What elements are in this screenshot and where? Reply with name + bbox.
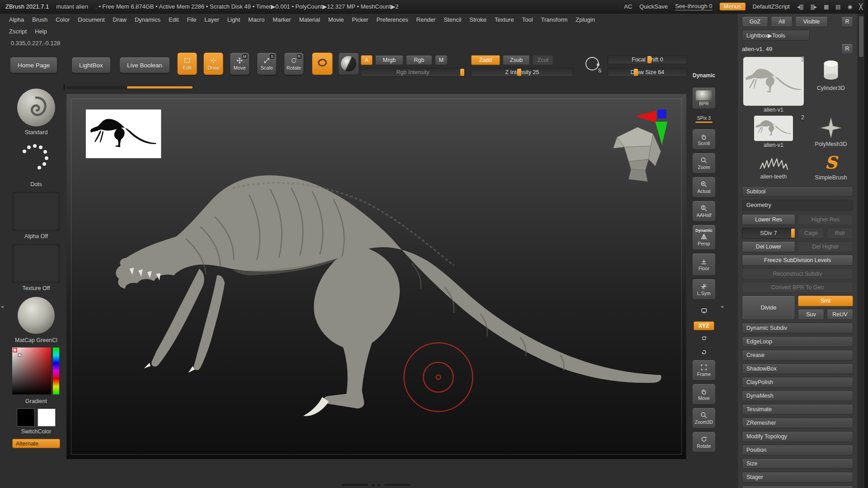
primary-color-swatch[interactable] bbox=[17, 408, 35, 427]
tablet-right-icon[interactable]: ||||▸ bbox=[811, 4, 817, 10]
menu-item[interactable]: Alpha bbox=[5, 16, 28, 23]
geometry-subsection[interactable]: DynaMesh bbox=[742, 390, 853, 401]
menu-item[interactable]: Stencil bbox=[440, 16, 465, 23]
current-material-button[interactable] bbox=[12, 296, 60, 335]
alpha-slot-button[interactable] bbox=[338, 52, 359, 75]
floor-button[interactable]: Floor bbox=[692, 253, 716, 276]
suv-toggle[interactable]: Suv bbox=[798, 309, 824, 320]
screen-icon[interactable]: ▤ bbox=[835, 4, 840, 10]
menu-item[interactable]: Brush bbox=[28, 16, 51, 23]
alternate-button[interactable]: Alternate bbox=[12, 439, 60, 448]
actual-size-button[interactable]: Actual bbox=[692, 177, 716, 197]
current-stroke-button[interactable] bbox=[12, 140, 60, 179]
secondary-color-swatch[interactable] bbox=[38, 408, 56, 427]
stroke-type-button[interactable] bbox=[312, 52, 333, 75]
tool-slot[interactable]: 2 alien-v1 bbox=[742, 57, 805, 113]
freeze-subdivision-button[interactable]: Freeze SubDivision Levels bbox=[742, 255, 853, 266]
local-symmetry-button[interactable]: L.Sym bbox=[692, 279, 716, 300]
mrgb-button[interactable]: Mrgb bbox=[375, 55, 403, 65]
cage-button[interactable]: Cage bbox=[798, 228, 824, 239]
scrollbar-thumb[interactable] bbox=[859, 16, 863, 57]
tool-slot[interactable]: Cylinder3D bbox=[809, 57, 853, 113]
menu-item[interactable]: Picker bbox=[349, 16, 372, 23]
quicksave-button[interactable]: QuickSave bbox=[639, 3, 668, 10]
zcut-button[interactable]: Zcut bbox=[533, 55, 553, 65]
pivot-reset-button[interactable] bbox=[698, 347, 710, 357]
z-intensity-slider[interactable]: Z Intensity 25 bbox=[471, 68, 573, 77]
del-higher-button[interactable]: Del Higher bbox=[798, 241, 853, 252]
left-tray-arrow[interactable]: ◂ bbox=[1, 304, 4, 310]
m-button[interactable]: M bbox=[435, 55, 448, 65]
current-texture-button[interactable] bbox=[12, 244, 60, 283]
draw-size-slider[interactable]: Draw Size 64 bbox=[608, 68, 687, 77]
persp-button[interactable]: Dynamic Persp bbox=[692, 225, 716, 250]
menu-item[interactable]: Marker bbox=[269, 16, 294, 23]
menu-item[interactable]: Light bbox=[224, 16, 244, 23]
menu-item[interactable]: Zplugin bbox=[572, 16, 599, 23]
convert-bpr-button[interactable]: Convert BPR To Geo bbox=[742, 282, 853, 293]
shelf-scrollbar[interactable] bbox=[66, 86, 193, 89]
hue-bar[interactable] bbox=[53, 347, 59, 394]
rstr-button[interactable]: Rstr bbox=[827, 228, 853, 239]
current-alpha-button[interactable] bbox=[12, 192, 60, 231]
rotate-mode-button[interactable]: R Rotate bbox=[284, 52, 304, 75]
zoom-button[interactable]: Zoom bbox=[692, 153, 716, 174]
rgb-intensity-slider[interactable]: Rgb Intensity bbox=[361, 68, 465, 77]
menus-toggle-button[interactable]: Menus bbox=[720, 3, 745, 10]
menu-item[interactable]: Zscript bbox=[5, 28, 30, 35]
geometry-subsection[interactable]: ZRemesher bbox=[742, 418, 853, 428]
higher-res-button[interactable]: Higher Res bbox=[798, 214, 853, 225]
tool-slot[interactable]: S SimpleBrush bbox=[809, 151, 853, 181]
see-through-slider[interactable]: See-through 0 bbox=[675, 3, 712, 10]
goz-button[interactable]: GoZ bbox=[742, 16, 768, 27]
saturation-square[interactable] bbox=[12, 347, 51, 394]
lightbox-button[interactable]: LightBox bbox=[71, 57, 111, 73]
xyz-symmetry-button[interactable]: XYZ bbox=[693, 321, 714, 330]
menu-item[interactable]: Stroke bbox=[466, 16, 490, 23]
menu-item[interactable]: Material bbox=[296, 16, 324, 23]
geometry-subsection[interactable]: Dynamic Subdiv bbox=[742, 323, 853, 333]
keyboard-grid-icon[interactable]: ▦ bbox=[824, 4, 828, 10]
circle-indicator-icon[interactable]: ◉ bbox=[848, 4, 852, 10]
geometry-subsection[interactable]: Crease bbox=[742, 350, 853, 361]
aahalf-button[interactable]: AAHalf bbox=[692, 201, 716, 221]
move-mode-button[interactable]: M Move bbox=[230, 52, 250, 75]
home-page-button[interactable]: Home Page bbox=[10, 57, 57, 73]
menu-item[interactable]: File bbox=[183, 16, 200, 23]
edit-mode-button[interactable]: Edit bbox=[177, 52, 197, 75]
menu-item[interactable]: Render bbox=[413, 16, 439, 23]
geometry-section-header[interactable]: Geometry bbox=[742, 200, 853, 211]
zsub-button[interactable]: Zsub bbox=[503, 55, 530, 65]
slider-handle[interactable] bbox=[647, 56, 651, 63]
default-zscript-button[interactable]: DefaultZScript bbox=[753, 3, 790, 10]
slider-handle[interactable] bbox=[460, 69, 464, 76]
geometry-subsection[interactable]: Size bbox=[742, 458, 853, 469]
canvas-horizontal-scrollbar[interactable]: ◂ ▸ bbox=[342, 482, 410, 488]
lightbox-tools-bar[interactable]: Lightbox▶Tools bbox=[742, 30, 810, 41]
menu-item[interactable]: Preferences bbox=[373, 16, 412, 23]
right-tray-arrow[interactable]: ◂ bbox=[721, 304, 723, 310]
slider-handle[interactable] bbox=[517, 69, 521, 76]
focal-shift-slider[interactable]: Focal Shift 0 bbox=[608, 55, 687, 64]
rgb-button[interactable]: Rgb bbox=[406, 55, 432, 65]
render-all-button[interactable]: R bbox=[841, 16, 853, 27]
menu-item[interactable]: Draw bbox=[109, 16, 130, 23]
tool-slot[interactable]: 2 alien-v1 bbox=[742, 116, 805, 148]
geometry-subsection[interactable]: ClayPolish bbox=[742, 377, 853, 388]
spotlight-dial-button[interactable]: S bbox=[582, 53, 602, 74]
tablet-left-icon[interactable]: ◂|||| bbox=[797, 4, 803, 10]
geometry-subsection[interactable]: ShadowBox bbox=[742, 363, 853, 374]
slider-handle[interactable] bbox=[634, 69, 638, 76]
tool-slot[interactable]: PolyMesh3D bbox=[809, 116, 853, 148]
zoom3d-button[interactable]: Zoom3D bbox=[692, 408, 716, 428]
scrollbar-thumb[interactable] bbox=[127, 86, 193, 89]
menu-item[interactable]: Movie bbox=[325, 16, 348, 23]
zadd-button[interactable]: Zadd bbox=[471, 55, 500, 65]
frame-button[interactable]: Frame bbox=[692, 360, 716, 380]
sdiv-slider[interactable]: SDiv 7 bbox=[742, 228, 795, 239]
reuv-button[interactable]: ReUV bbox=[827, 309, 853, 320]
tool-slot[interactable]: alien-teeth bbox=[742, 151, 805, 181]
visible-button[interactable]: Visible bbox=[795, 16, 828, 27]
color-picker[interactable] bbox=[12, 347, 60, 396]
geometry-subsection[interactable]: Modify Topology bbox=[742, 431, 853, 442]
